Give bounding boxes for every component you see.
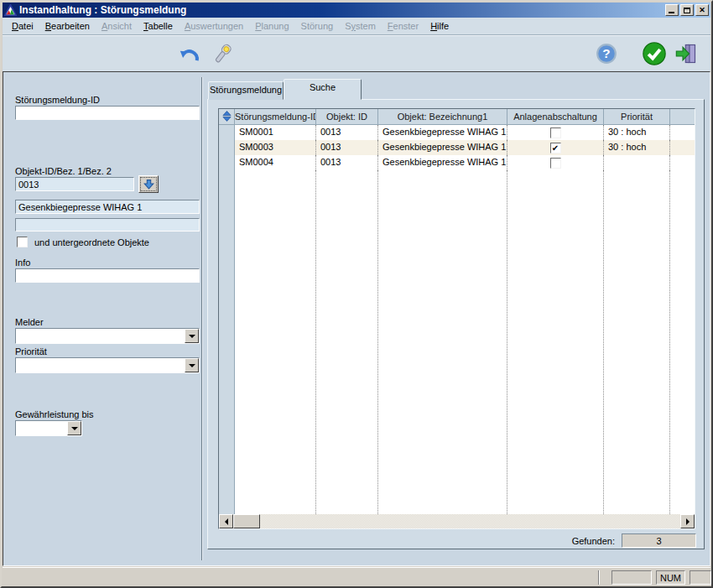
undo-icon — [178, 42, 201, 65]
objekt-id-input[interactable] — [15, 177, 134, 191]
table-row[interactable]: SM00010013Gesenkbiegepresse WIHAG 130 : … — [219, 125, 695, 140]
horizontal-scrollbar[interactable] — [219, 514, 695, 528]
stoerungsmeldung-id-label: Störungsmeldung-ID — [15, 95, 100, 105]
empty-cell — [235, 170, 316, 514]
cell-prioritaet: 30 : hoch — [604, 125, 670, 140]
info-label: Info — [15, 258, 30, 268]
gewaehrleistung-dropdown-button[interactable] — [67, 421, 81, 435]
menu-item-planung: Planung — [249, 19, 294, 33]
cell-stoerungsmeldung-id: SM0004 — [235, 155, 316, 170]
scroll-left-button[interactable] — [219, 514, 233, 528]
scrollbar-track[interactable] — [260, 514, 680, 528]
cell-anlagenabschaltung: ✔ — [507, 140, 604, 155]
stoerungsmeldung-id-input[interactable] — [15, 106, 200, 120]
undo-button[interactable] — [177, 41, 202, 66]
panel-separator — [201, 77, 203, 560]
column-header-prioritaet[interactable]: Priorität — [604, 109, 670, 125]
anlagenabschaltung-checkbox[interactable]: ✔ — [550, 143, 561, 154]
menu-item-strung: Störung — [295, 19, 340, 33]
gefunden-value: 3 — [622, 533, 696, 548]
menu-item-tabelle[interactable]: Tabelle — [138, 19, 179, 33]
scroll-right-button[interactable] — [680, 514, 695, 528]
cell-filler — [670, 155, 695, 170]
gewaehrleistung-combobox[interactable] — [15, 420, 82, 436]
column-header-objekt-id[interactable]: Objekt: ID — [316, 109, 378, 125]
help-button[interactable]: ? — [594, 41, 619, 66]
close-button[interactable]: ✕ — [695, 4, 709, 16]
objekt-id-label: Objekt-ID/Bez. 1/Bez. 2 — [15, 166, 112, 176]
chevron-down-icon — [71, 427, 78, 430]
title-bar[interactable]: Instandhaltung : Störungsmeldung ✕ — [3, 3, 710, 18]
cell-stoerungsmeldung-id: SM0001 — [235, 125, 316, 140]
melder-label: Melder — [15, 317, 44, 327]
column-header-filler — [670, 109, 695, 125]
objekt-bez1-field — [15, 200, 200, 214]
menu-item-hilfe[interactable]: Hilfe — [424, 19, 455, 33]
check-circle-icon — [642, 41, 667, 66]
untergeordnete-checkbox[interactable] — [17, 237, 28, 247]
client-area: Störungsmeldung-ID Objekt-ID/Bez. 1/Bez.… — [3, 71, 710, 566]
table-row[interactable]: SM00040013Gesenkbiegepresse WIHAG 1 — [219, 155, 695, 170]
statusbar-num-indicator: NUM — [656, 570, 685, 585]
prioritaet-label: Priorität — [15, 346, 47, 356]
sort-header-cell[interactable] — [219, 109, 235, 125]
row-header-cell — [219, 140, 235, 155]
table-body: SM00010013Gesenkbiegepresse WIHAG 130 : … — [219, 125, 695, 514]
cell-filler — [670, 140, 695, 155]
menu-item-fenster: Fenster — [382, 19, 424, 33]
column-header-stoerungsmeldung-id[interactable]: Störungsmeldung-ID — [235, 109, 316, 125]
cell-prioritaet — [604, 155, 670, 170]
chevron-down-icon — [189, 364, 195, 367]
anlagenabschaltung-checkbox[interactable] — [550, 127, 561, 138]
row-header-cell — [219, 125, 235, 140]
cell-bezeichnung: Gesenkbiegepresse WIHAG 1 — [378, 125, 507, 140]
statusbar-cell-3 — [690, 570, 711, 585]
tab-suche[interactable]: Suche — [284, 79, 362, 100]
cell-objekt-id: 0013 — [316, 125, 378, 140]
empty-cell — [219, 170, 235, 514]
cell-anlagenabschaltung — [507, 155, 604, 170]
triangle-left-icon — [225, 518, 228, 525]
chevron-down-icon — [189, 335, 195, 338]
search-button[interactable] — [210, 41, 235, 66]
column-header-anlagenabschaltung[interactable]: Anlagenabschaltung — [507, 109, 604, 125]
prioritaet-dropdown-button[interactable] — [185, 358, 199, 372]
maximize-button[interactable] — [680, 4, 694, 16]
prioritaet-combobox[interactable] — [15, 357, 200, 373]
table-header-row: Störungsmeldung-ID Objekt: ID Objekt: Be… — [219, 109, 695, 125]
melder-combobox[interactable] — [15, 328, 200, 344]
empty-cell — [378, 170, 507, 514]
row-header-cell — [219, 155, 235, 170]
exit-button[interactable] — [674, 41, 699, 66]
cell-prioritaet: 30 : hoch — [604, 140, 670, 155]
scrollbar-thumb[interactable] — [233, 514, 260, 528]
toolbar: ? — [3, 35, 710, 71]
anlagenabschaltung-checkbox[interactable] — [550, 158, 561, 169]
menu-item-bearbeiten[interactable]: Bearbeiten — [39, 19, 96, 33]
exit-door-icon — [674, 42, 698, 65]
column-header-objekt-bezeichnung1[interactable]: Objekt: Bezeichnung1 — [378, 109, 507, 125]
objekt-picker-button[interactable] — [138, 175, 159, 193]
cell-anlagenabschaltung — [507, 125, 604, 140]
minimize-button[interactable] — [665, 4, 679, 16]
results-table: Störungsmeldung-ID Objekt: ID Objekt: Be… — [218, 108, 695, 529]
ok-button[interactable] — [642, 41, 667, 66]
table-row[interactable]: SM00030013Gesenkbiegepresse WIHAG 1✔30 :… — [219, 140, 695, 155]
sort-icon — [222, 111, 232, 122]
triangle-right-icon — [686, 518, 690, 525]
cell-stoerungsmeldung-id: SM0003 — [235, 140, 316, 155]
help-icon: ? — [596, 43, 617, 65]
menu-item-datei[interactable]: Datei — [6, 19, 39, 33]
cell-bezeichnung: Gesenkbiegepresse WIHAG 1 — [378, 140, 507, 155]
cell-objekt-id: 0013 — [316, 155, 378, 170]
tab-stoerungsmeldung[interactable]: Störungsmeldung — [208, 81, 284, 100]
menu-item-ansicht: Ansicht — [96, 19, 138, 33]
melder-dropdown-button[interactable] — [185, 329, 199, 343]
window-title: Instandhaltung : Störungsmeldung — [19, 4, 664, 16]
statusbar-separator — [598, 570, 600, 585]
gefunden-label: Gefunden: — [527, 536, 615, 546]
info-input[interactable] — [15, 268, 200, 283]
blue-arrow-down-icon — [143, 179, 154, 190]
table-empty-area — [219, 170, 695, 514]
svg-text:?: ? — [602, 46, 610, 60]
